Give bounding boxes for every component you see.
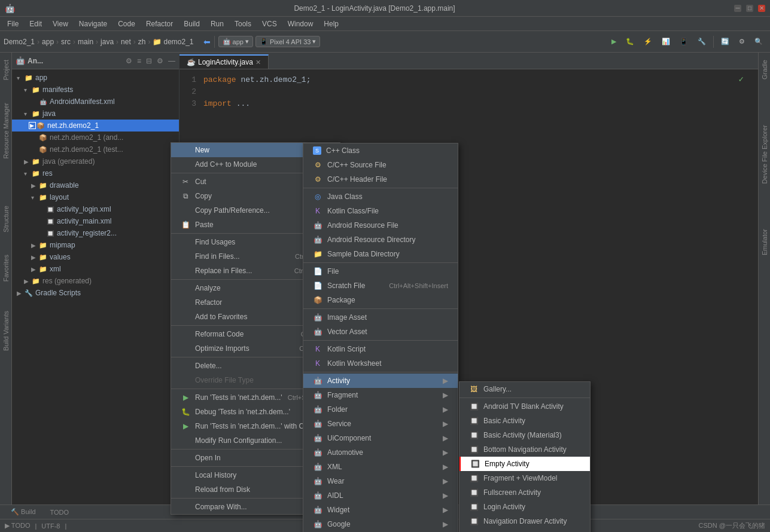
breadcrumb-net[interactable]: net	[121, 38, 131, 46]
run-button[interactable]: ▶	[608, 36, 620, 47]
activity-item-gallery[interactable]: 🖼 Gallery...	[459, 382, 590, 396]
breadcrumb-java[interactable]: java	[101, 38, 114, 46]
tree-item-java-gen[interactable]: ▶ 📁 java (generated)	[12, 155, 179, 167]
activity-item-basic-material3[interactable]: 🔲 Basic Activity (Material3)	[459, 428, 590, 442]
tree-item-app[interactable]: ▾ 📁 app	[12, 72, 179, 84]
activity-item-empty[interactable]: 🔲 Empty Activity	[459, 457, 590, 471]
emulator-tab[interactable]: Emulator	[760, 224, 769, 260]
resource-manager-tab[interactable]: Resource Manager	[1, 98, 11, 164]
submenu-new-sample-data-dir[interactable]: 📁 Sample Data Directory	[303, 247, 458, 261]
activity-item-primary-detail[interactable]: 🔲 Primary/Detail Flow	[459, 528, 590, 532]
submenu-new-image-asset[interactable]: 🤖 Image Asset	[303, 310, 458, 325]
settings-button[interactable]: ⚙	[735, 36, 748, 47]
gradle-tab[interactable]: Gradle	[760, 55, 769, 84]
editor-tab-login[interactable]: ☕ LoginActivity.java ✕	[179, 54, 269, 69]
breadcrumb-demo2-1[interactable]: 📁 demo2_1	[153, 38, 193, 46]
submenu-new-android-resource-dir[interactable]: 🤖 Android Resource Directory	[303, 233, 458, 247]
submenu-new-google[interactable]: 🤖 Google ▶	[303, 517, 458, 531]
breadcrumb-app[interactable]: app	[42, 38, 54, 46]
submenu-new-service[interactable]: 🤖 Service ▶	[303, 417, 458, 431]
structure-tab[interactable]: Structure	[1, 201, 11, 237]
sort-icon[interactable]: ≡	[137, 57, 141, 65]
app-dropdown[interactable]: 🤖 app ▾	[218, 36, 253, 47]
avd-button[interactable]: 📱	[676, 36, 692, 47]
activity-item-bottom-nav[interactable]: 🔲 Bottom Navigation Activity	[459, 442, 590, 457]
submenu-new-fragment[interactable]: 🤖 Fragment ▶	[303, 388, 458, 402]
tree-item-layout[interactable]: ▾ 📁 layout	[12, 191, 179, 203]
device-file-tab[interactable]: Device File Explorer	[760, 120, 769, 188]
submenu-new-uicomponent[interactable]: 🤖 UiComponent ▶	[303, 431, 458, 445]
menu-help[interactable]: Help	[319, 19, 343, 29]
back-icon[interactable]: ⬅	[203, 37, 211, 47]
tree-item-package-main[interactable]: ▶ 📦 net.zh.demo2_1	[12, 120, 179, 132]
submenu-new-xml[interactable]: 🤖 XML ▶	[303, 460, 458, 474]
tree-item-mipmap[interactable]: ▶ 📁 mipmap	[12, 239, 179, 251]
submenu-new-scratch-file[interactable]: 📄 Scratch File Ctrl+Alt+Shift+Insert	[303, 279, 458, 293]
submenu-new-cpp-header[interactable]: ⚙ C/C++ Header File	[303, 172, 458, 186]
coverage-button[interactable]: ⚡	[640, 36, 656, 47]
activity-item-nav-drawer[interactable]: 🔲 Navigation Drawer Activity	[459, 514, 590, 528]
close-button[interactable]: ✕	[758, 5, 765, 12]
device-dropdown[interactable]: 📱 Pixel 4 API 33 ▾	[255, 36, 321, 47]
tree-item-res-gen[interactable]: ▶ 📁 res (generated)	[12, 275, 179, 287]
tree-item-manifests[interactable]: ▾ 📁 manifests	[12, 84, 179, 96]
search-everywhere-button[interactable]: 🔍	[751, 36, 766, 47]
maximize-button[interactable]: □	[746, 5, 753, 12]
activity-item-fragment-viewmodel[interactable]: 🔲 Fragment + ViewModel	[459, 471, 590, 485]
activity-item-basic[interactable]: 🔲 Basic Activity	[459, 414, 590, 428]
debug-button[interactable]: 🐛	[622, 36, 638, 47]
submenu-new-aidl[interactable]: 🤖 AIDL ▶	[303, 488, 458, 503]
submenu-new-cpp-class[interactable]: S C++ Class	[303, 143, 458, 158]
breadcrumb-demo2[interactable]: Demo2_1	[4, 38, 35, 46]
submenu-new-kotlin-class[interactable]: K Kotlin Class/File	[303, 204, 458, 218]
menu-window[interactable]: Window	[283, 19, 318, 29]
tree-item-java[interactable]: ▾ 📁 java	[12, 108, 179, 120]
sdk-button[interactable]: 🔧	[694, 36, 710, 47]
submenu-new-kotlin-script[interactable]: K Kotlin Script	[303, 342, 458, 356]
favorites-tab[interactable]: Favorites	[1, 250, 11, 286]
tree-item-drawable[interactable]: ▶ 📁 drawable	[12, 179, 179, 191]
close-tab-icon[interactable]: ✕	[255, 59, 261, 66]
build-variants-tab[interactable]: Build Variants	[1, 306, 11, 356]
submenu-new-kotlin-worksheet[interactable]: K Kotlin Worksheet	[303, 356, 458, 371]
project-tab[interactable]: Project	[1, 55, 11, 85]
submenu-new-wear[interactable]: 🤖 Wear ▶	[303, 474, 458, 488]
tree-item-register-xml[interactable]: 🔲 activity_register2...	[12, 227, 179, 239]
menu-file[interactable]: File	[2, 19, 23, 29]
profile-button[interactable]: 📊	[658, 36, 674, 47]
gradle-sync-button[interactable]: 🔄	[717, 36, 733, 47]
tree-item-login-xml[interactable]: 🔲 activity_login.xml	[12, 203, 179, 215]
submenu-new-activity[interactable]: 🤖 Activity ▶	[303, 374, 458, 388]
submenu-new-vector-asset[interactable]: 🤖 Vector Asset	[303, 325, 458, 339]
minimize-button[interactable]: ─	[734, 5, 741, 12]
submenu-new-java-class[interactable]: ◎ Java Class	[303, 189, 458, 204]
tree-item-main-xml[interactable]: 🔲 activity_main.xml	[12, 215, 179, 227]
menu-run[interactable]: Run	[206, 19, 229, 29]
build-tab[interactable]: 🔨 Build	[5, 507, 42, 517]
tree-item-res[interactable]: ▾ 📁 res	[12, 167, 179, 179]
menu-code[interactable]: Code	[113, 19, 140, 29]
submenu-new-file[interactable]: 📄 File	[303, 264, 458, 279]
menu-edit[interactable]: Edit	[25, 19, 47, 29]
tree-item-xml[interactable]: ▶ 📁 xml	[12, 263, 179, 275]
submenu-new-automotive[interactable]: 🤖 Automotive ▶	[303, 445, 458, 460]
tree-item-manifest-xml[interactable]: 🤖 AndroidManifest.xml	[12, 96, 179, 108]
gear-icon[interactable]: ⚙	[126, 57, 132, 65]
submenu-new-folder[interactable]: 🤖 Folder ▶	[303, 402, 458, 417]
settings-icon[interactable]: ⚙	[157, 57, 163, 65]
menu-tools[interactable]: Tools	[230, 19, 256, 29]
activity-item-fullscreen[interactable]: 🔲 Fullscreen Activity	[459, 485, 590, 500]
submenu-new-cpp-source[interactable]: ⚙ C/C++ Source File	[303, 158, 458, 172]
tree-item-package-and[interactable]: 📦 net.zh.demo2_1 (and...	[12, 132, 179, 143]
activity-item-login[interactable]: 🔲 Login Activity	[459, 500, 590, 514]
breadcrumb-zh[interactable]: zh	[138, 38, 146, 46]
menu-navigate[interactable]: Navigate	[74, 19, 112, 29]
tree-item-package-test[interactable]: 📦 net.zh.demo2_1 (test...	[12, 143, 179, 155]
menu-vcs[interactable]: VCS	[257, 19, 282, 29]
tree-item-gradle[interactable]: ▶ 🔧 Gradle Scripts	[12, 287, 179, 299]
tree-item-values[interactable]: ▶ 📁 values	[12, 251, 179, 263]
todo-tab[interactable]: TODO	[44, 507, 75, 517]
breadcrumb-main[interactable]: main	[78, 38, 93, 46]
activity-item-android-tv-blank[interactable]: 🔲 Android TV Blank Activity	[459, 399, 590, 414]
menu-refactor[interactable]: Refactor	[141, 19, 178, 29]
